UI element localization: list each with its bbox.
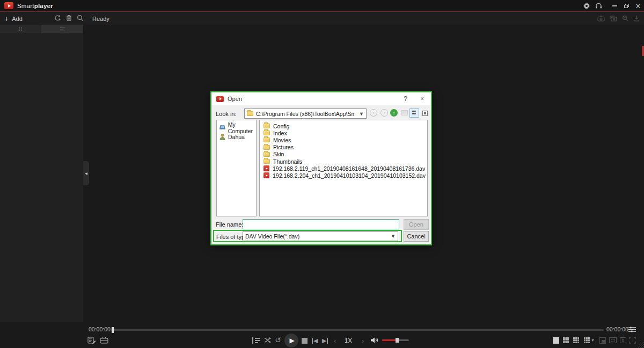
file-item-video[interactable]: 192.168.2.119_ch1_20190408161648_2019040… xyxy=(264,165,427,172)
toolbox-icon[interactable] xyxy=(100,336,108,344)
fisheye-button xyxy=(609,337,617,343)
restore-button[interactable] xyxy=(620,0,632,12)
forward-button[interactable]: › xyxy=(380,109,388,117)
video-file-icon xyxy=(264,172,269,178)
epos-icon xyxy=(620,337,626,343)
sidebar-tab-group[interactable] xyxy=(0,25,41,33)
loop-mode-icon[interactable] xyxy=(264,337,273,344)
divider xyxy=(596,337,596,344)
up-arrow-icon: ↑ xyxy=(393,110,396,116)
view-custom-button[interactable]: ▼ xyxy=(584,337,595,343)
file-item-folder[interactable]: Config xyxy=(264,122,427,129)
scrollbar-thumb[interactable] xyxy=(642,46,644,56)
previous-frame-button[interactable]: ◀ xyxy=(312,338,318,344)
search-icon[interactable] xyxy=(77,14,84,24)
file-name-label: File name: xyxy=(216,221,243,228)
file-name: Index xyxy=(273,130,287,136)
up-one-level-button[interactable]: ↑ xyxy=(390,109,398,117)
app-logo-icon xyxy=(4,2,13,9)
plus-icon: + xyxy=(4,15,9,23)
combo-dropdown-icon[interactable]: ▼ xyxy=(358,111,364,117)
open-button[interactable]: Open xyxy=(404,219,429,230)
speed-up-button[interactable]: › xyxy=(362,337,364,345)
volume-handle[interactable] xyxy=(396,338,399,343)
computer-icon xyxy=(219,125,225,130)
speed-down-button[interactable]: ‹ xyxy=(334,337,336,345)
file-item-folder[interactable]: Index xyxy=(264,129,427,136)
details-view-button[interactable] xyxy=(420,108,430,118)
next-frame-button[interactable]: ▶ xyxy=(322,338,328,344)
speed-value: 1X xyxy=(345,337,352,344)
delete-trash-icon[interactable] xyxy=(66,14,72,24)
settings-gear-icon[interactable] xyxy=(581,0,592,12)
volume-mute-icon[interactable] xyxy=(370,337,378,344)
seek-handle[interactable] xyxy=(112,327,114,333)
file-list-panel: Config Index Movies Pictures Skin Thumbn… xyxy=(259,120,428,216)
file-item-video[interactable]: 192.168.2.204_ch1_20190410103104_2019041… xyxy=(264,172,427,179)
back-button[interactable]: ‹ xyxy=(370,109,377,117)
seek-bar-row: 00:00:00 00:00:00 xyxy=(0,325,644,333)
drag-dots-icon xyxy=(19,27,23,31)
look-in-combobox[interactable]: C:\Program Files (x86)\ToolBox\App\Smart… xyxy=(244,108,367,119)
view-single-button[interactable] xyxy=(553,337,559,344)
replay-icon[interactable]: ↺ xyxy=(275,336,281,344)
file-item-folder[interactable]: Thumbnails xyxy=(264,158,427,165)
dialog-title-bar[interactable]: Open ? × xyxy=(211,92,431,105)
title-bar: Smartplayer ✕ xyxy=(0,0,644,12)
fullscreen-button xyxy=(629,337,636,344)
caret-down-icon: ▼ xyxy=(591,338,595,342)
status-text: Ready xyxy=(92,12,109,25)
folder-icon xyxy=(264,137,270,142)
view-nine-button[interactable] xyxy=(573,337,579,343)
place-item-my-computer[interactable]: My Computer xyxy=(217,123,256,132)
file-item-folder[interactable]: Skin xyxy=(264,151,427,158)
folder-icon xyxy=(264,145,270,150)
dialog-close-button[interactable]: × xyxy=(420,95,424,103)
place-label: Dahua xyxy=(228,134,245,140)
combo-dropdown-icon[interactable]: ▼ xyxy=(390,234,396,239)
folder-icon xyxy=(264,130,270,135)
view-quad-button[interactable] xyxy=(563,337,569,343)
dialog-help-button[interactable]: ? xyxy=(404,95,407,103)
new-folder-button[interactable] xyxy=(401,110,408,115)
add-button[interactable]: + Add xyxy=(4,12,23,25)
play-button[interactable]: ▶ xyxy=(284,334,298,347)
folder-icon xyxy=(264,159,270,164)
user-icon xyxy=(219,134,225,140)
sidebar-tab-list[interactable] xyxy=(41,25,83,33)
fisheye-icon xyxy=(609,337,617,343)
frame-bar-icon xyxy=(327,338,328,344)
playlist-icon[interactable] xyxy=(252,337,260,344)
support-headset-icon[interactable] xyxy=(592,0,604,12)
stop-button[interactable] xyxy=(302,338,308,344)
folder-icon xyxy=(247,111,253,116)
single-view-icon xyxy=(553,337,559,344)
volume-slider[interactable] xyxy=(382,339,409,341)
file-item-folder[interactable]: Movies xyxy=(264,136,427,143)
playlist-sidebar xyxy=(0,25,83,322)
collapse-arrow-icon: ◀ xyxy=(85,171,87,175)
file-name: 192.168.2.204_ch1_20190410103104_2019041… xyxy=(273,172,426,179)
close-button[interactable]: ✕ xyxy=(632,0,644,12)
list-icon xyxy=(60,27,65,31)
next-frame-icon: ▶ xyxy=(322,338,326,344)
stop-icon xyxy=(302,338,308,344)
minimize-button[interactable] xyxy=(609,0,620,12)
watermark-verify-icon[interactable] xyxy=(87,336,96,344)
custom-view-icon xyxy=(584,337,590,343)
file-name-input[interactable] xyxy=(243,219,399,229)
files-of-type-combobox[interactable]: DAV Video File(*.dav) ▼ xyxy=(243,231,398,241)
list-view-icon xyxy=(412,111,417,115)
sort-refresh-icon[interactable] xyxy=(54,14,61,24)
app-title: Smartplayer xyxy=(17,3,53,9)
list-view-button[interactable] xyxy=(409,108,419,118)
back-arrow-icon: ‹ xyxy=(373,110,375,115)
sidebar-collapse-handle[interactable]: ◀ xyxy=(83,161,89,185)
dialog-app-icon xyxy=(216,96,224,102)
file-item-folder[interactable]: Pictures xyxy=(264,144,427,151)
forward-arrow-icon: › xyxy=(384,110,385,115)
seek-slider[interactable] xyxy=(110,329,604,331)
cancel-button[interactable]: Cancel xyxy=(404,231,429,242)
volume-fill xyxy=(382,339,397,341)
video-file-icon xyxy=(264,165,269,171)
